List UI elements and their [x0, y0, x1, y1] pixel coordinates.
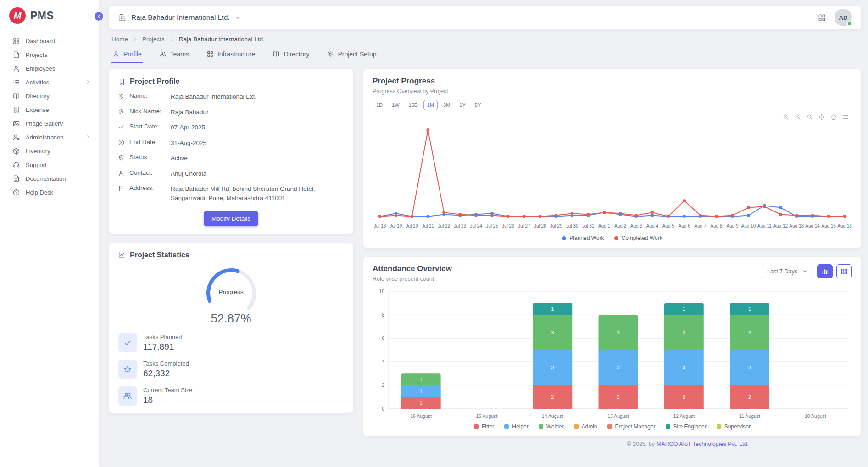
- sidebar-nav: DashboardProjectsEmployeesActivitiesDire…: [0, 30, 99, 203]
- attendance-chart[interactable]: 024681016 August11115 August14 August233…: [373, 285, 852, 423]
- field-value: Raja Bahadur: [171, 108, 344, 117]
- tab-teams[interactable]: Teams: [158, 48, 190, 63]
- users-icon: [118, 386, 137, 406]
- sidebar-item-label: Employees: [26, 65, 91, 72]
- profile-field: End Date:31-Aug-2025: [118, 139, 344, 148]
- tab-directory[interactable]: Directory: [272, 48, 310, 63]
- svg-text:Aug 6: Aug 6: [679, 223, 691, 228]
- project-progress-chart[interactable]: Jul 18Jul 19Jul 20Jul 21Jul 22Jul 23Jul …: [373, 111, 852, 234]
- svg-text:6: 6: [382, 335, 384, 341]
- sidebar-item-support[interactable]: Support: [0, 158, 99, 172]
- svg-text:Aug 8: Aug 8: [711, 223, 723, 228]
- gauge-label: Progress: [197, 289, 266, 295]
- star-icon: [118, 360, 137, 379]
- box-icon: [12, 147, 20, 155]
- logo[interactable]: M PMS: [0, 0, 99, 30]
- user-icon: [118, 170, 125, 177]
- user-icon: [12, 65, 20, 72]
- stat-row-current-team-size: Current Team Size18: [118, 386, 344, 406]
- topbar-right: AD: [818, 9, 852, 26]
- tab-infrastructure[interactable]: Infrastructure: [206, 48, 256, 63]
- company-selector[interactable]: Raja Bahadur International Ltd.: [118, 13, 241, 22]
- tab-profile[interactable]: Profile: [111, 48, 143, 63]
- sidebar-item-inventory[interactable]: Inventory: [0, 144, 99, 158]
- file-text-icon: [12, 175, 20, 183]
- legend-swatch: [614, 236, 618, 240]
- sidebar-item-label: Image Gallery: [26, 120, 91, 127]
- range-button-1y[interactable]: 1Y: [456, 100, 469, 110]
- tab-label: Project Setup: [338, 50, 376, 58]
- legend-swatch: [607, 424, 612, 429]
- breadcrumb-item[interactable]: Projects: [142, 36, 165, 43]
- apps-grid-icon[interactable]: [818, 13, 826, 22]
- modify-details-button[interactable]: Modify Details: [204, 211, 258, 226]
- zoom-in-icon[interactable]: [782, 113, 790, 121]
- breadcrumb-item[interactable]: Home: [111, 36, 128, 43]
- svg-text:1: 1: [420, 377, 423, 382]
- sidebar-item-label: Activities: [26, 79, 79, 86]
- legend-label: Project Manager: [615, 423, 656, 430]
- svg-text:1: 1: [683, 306, 685, 311]
- help-icon: [12, 189, 20, 196]
- svg-text:3: 3: [617, 330, 619, 335]
- progress-gauge: Progress: [197, 267, 266, 312]
- project-statistics-card: Project Statistics Progress 52.87% Tasks…: [109, 243, 353, 413]
- legend-item-fitter: Fitter: [474, 423, 494, 430]
- svg-text:2: 2: [551, 394, 554, 400]
- card-title-row: Project Profile: [118, 78, 344, 86]
- table-icon: [840, 268, 848, 275]
- stat-label: Tasks Planned: [143, 334, 182, 340]
- range-button-1m[interactable]: 1M: [423, 100, 438, 110]
- table-view-button[interactable]: [836, 264, 852, 278]
- gear-icon: [327, 50, 334, 58]
- sidebar-item-dashboard[interactable]: Dashboard: [0, 34, 99, 48]
- field-label: Status:: [129, 154, 166, 161]
- legend-label: Site Engineer: [673, 423, 707, 430]
- svg-text:1: 1: [551, 306, 554, 311]
- range-button-15d[interactable]: 15D: [405, 100, 422, 110]
- sidebar-collapse-button[interactable]: [94, 11, 104, 22]
- sidebar-item-directory[interactable]: Directory: [0, 89, 99, 103]
- field-value: Raja Bahadur Mill Rd, behind Sheraton Gr…: [171, 184, 344, 202]
- legend-swatch: [474, 424, 479, 429]
- chart-view-button[interactable]: [817, 264, 833, 278]
- footer-company-link[interactable]: MARCO AIoT Technologies Pvt. Ltd.: [657, 441, 749, 447]
- project-progress-card: Project Progress Progress Overview by Pr…: [363, 69, 861, 248]
- svg-text:10 August: 10 August: [805, 413, 826, 419]
- sidebar-item-projects[interactable]: Projects: [0, 48, 99, 61]
- main-content: Raja Bahadur International Ltd. AD HomeP…: [99, 0, 868, 467]
- sidebar-item-employees[interactable]: Employees: [0, 61, 99, 75]
- chevron-down-icon: [234, 14, 241, 21]
- field-label: Name:: [129, 92, 166, 99]
- attendance-header: Attendance Overview Role-wise present co…: [373, 264, 852, 282]
- home-icon[interactable]: [830, 113, 837, 121]
- search-icon[interactable]: [806, 113, 813, 121]
- range-button-1d[interactable]: 1D: [373, 100, 386, 110]
- avatar[interactable]: AD: [835, 9, 852, 26]
- sidebar-item-administration[interactable]: Administration: [0, 130, 99, 144]
- range-button-1w[interactable]: 1W: [388, 100, 403, 110]
- tab-project-setup[interactable]: Project Setup: [326, 48, 377, 63]
- sidebar-item-expense[interactable]: Expense: [0, 103, 99, 117]
- field-label: Contact:: [129, 169, 166, 176]
- date-range-select[interactable]: Last 7 Days: [762, 265, 813, 278]
- tab-label: Infrastructure: [217, 50, 255, 58]
- legend-label: Supervisor: [724, 423, 751, 430]
- card-subtitle: Progress Overview by Project: [373, 88, 852, 95]
- fingerprint-icon: [118, 108, 125, 115]
- sidebar-item-help-desk[interactable]: Help Desk: [0, 185, 99, 199]
- svg-text:1: 1: [420, 389, 423, 394]
- pan-icon[interactable]: [818, 113, 825, 121]
- menu-icon[interactable]: [842, 113, 849, 121]
- sidebar-item-activities[interactable]: Activities: [0, 75, 99, 89]
- circle-x-icon: [118, 139, 125, 146]
- legend-label: Completed Work: [622, 235, 662, 241]
- range-button-5y[interactable]: 5Y: [471, 100, 484, 110]
- chevron-down-icon: [802, 268, 808, 274]
- range-button-3m[interactable]: 3M: [440, 100, 454, 110]
- sidebar-item-documentation[interactable]: Documentation: [0, 172, 99, 185]
- zoom-out-icon[interactable]: [794, 113, 801, 121]
- sidebar-item-image-gallery[interactable]: Image Gallery: [0, 117, 99, 130]
- chevron-left-icon: [96, 13, 102, 19]
- field-value: Anuj Chordia: [171, 169, 344, 178]
